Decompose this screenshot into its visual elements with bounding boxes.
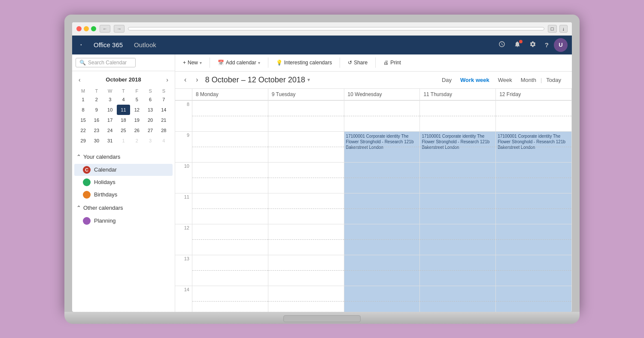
day-cell[interactable] <box>268 193 344 224</box>
mini-cal-day[interactable]: 24 <box>103 125 117 136</box>
day-cell[interactable] <box>192 100 268 131</box>
day-cell[interactable] <box>420 224 496 255</box>
mini-cal-day[interactable]: 22 <box>76 125 90 136</box>
mini-cal-day[interactable]: 6 <box>143 94 157 105</box>
mini-cal-day[interactable]: 3 <box>143 136 157 146</box>
mini-cal-day[interactable]: 23 <box>90 125 103 136</box>
mini-cal-day[interactable]: 21 <box>157 115 170 125</box>
day-cell[interactable] <box>268 162 344 193</box>
mini-cal-day[interactable]: 16 <box>90 115 103 125</box>
view-month-button[interactable]: Month <box>516 75 541 85</box>
maximize-button[interactable] <box>91 26 96 31</box>
view-week-button[interactable]: Week <box>494 75 516 85</box>
day-cell[interactable] <box>192 193 268 224</box>
mini-cal-day[interactable]: 27 <box>143 125 157 136</box>
mini-cal-day[interactable]: 10 <box>103 105 117 115</box>
day-cell[interactable] <box>192 131 268 162</box>
day-cell[interactable] <box>268 224 344 255</box>
sidebar-calendar-item[interactable]: Birthdays <box>74 189 173 201</box>
day-cell[interactable] <box>420 255 496 286</box>
url-bar[interactable] <box>128 27 544 30</box>
mini-cal-day[interactable]: 18 <box>117 115 130 125</box>
day-cell[interactable] <box>268 255 344 286</box>
mini-cal-day[interactable]: 12 <box>130 105 143 115</box>
grid-icon[interactable]: ‧ <box>76 37 86 53</box>
mini-cal-day[interactable]: 2 <box>90 94 103 105</box>
mini-cal-day[interactable]: 14 <box>157 105 170 115</box>
new-button[interactable]: + New ▾ <box>179 58 205 67</box>
add-calendar-button[interactable]: 📅 Add calendar ▾ <box>214 58 264 67</box>
mini-cal-day[interactable]: 1 <box>117 136 130 146</box>
mini-cal-day[interactable]: 9 <box>90 105 103 115</box>
day-cell[interactable] <box>268 131 344 162</box>
day-cell[interactable] <box>344 255 420 286</box>
day-cell[interactable] <box>192 162 268 193</box>
fullscreen-button[interactable]: □ <box>548 25 557 33</box>
mini-cal-day[interactable]: 20 <box>143 115 157 125</box>
mini-cal-day[interactable]: 19 <box>130 115 143 125</box>
mini-cal-day[interactable]: 13 <box>143 105 157 115</box>
help-icon[interactable]: ? <box>541 39 552 51</box>
mini-cal-day[interactable]: 3 <box>103 94 117 105</box>
cal-prev-button[interactable]: ‹ <box>182 75 189 84</box>
day-cell[interactable] <box>192 255 268 286</box>
day-cell[interactable] <box>420 162 496 193</box>
day-cell[interactable] <box>420 193 496 224</box>
back-button[interactable]: ← <box>100 25 110 33</box>
mini-cal-day[interactable]: 29 <box>76 136 90 146</box>
day-cell[interactable] <box>268 100 344 131</box>
day-cell[interactable]: 17100001 Corporate identity The Flower S… <box>344 131 420 162</box>
mini-cal-day[interactable]: 26 <box>130 125 143 136</box>
your-calendars-section[interactable]: ⌃ Your calendars <box>72 150 175 163</box>
day-cell[interactable] <box>192 286 268 312</box>
mini-cal-day[interactable]: 11 <box>117 105 130 115</box>
mini-cal-day[interactable]: 4 <box>117 94 130 105</box>
download-button[interactable]: ↓ <box>559 25 568 33</box>
mini-cal-next[interactable]: › <box>164 75 170 84</box>
sidebar-calendar-item[interactable]: CCalendar <box>74 164 173 176</box>
day-cell[interactable]: 17100001 Corporate identity The Flower S… <box>496 131 572 162</box>
day-cell[interactable] <box>344 193 420 224</box>
mini-cal-day[interactable]: 2 <box>130 136 143 146</box>
close-button[interactable] <box>76 26 82 31</box>
view-workweek-button[interactable]: Work week <box>456 75 494 85</box>
cal-next-button[interactable]: › <box>193 75 200 84</box>
day-cell[interactable]: 17100001 Corporate identity The Flower S… <box>420 131 496 162</box>
sidebar-calendar-item[interactable]: Holidays <box>74 176 173 188</box>
avatar[interactable]: U <box>554 38 568 52</box>
day-cell[interactable] <box>344 100 420 131</box>
app-module[interactable]: Outlook <box>131 41 160 48</box>
day-cell[interactable] <box>192 224 268 255</box>
day-cell[interactable] <box>496 162 572 193</box>
interesting-calendars-button[interactable]: 💡 Interesting calendars <box>273 58 335 67</box>
mini-cal-day[interactable]: 31 <box>103 136 117 146</box>
day-cell[interactable] <box>344 224 420 255</box>
share-button[interactable]: ↺ Share <box>344 58 371 67</box>
day-cell[interactable] <box>268 286 344 312</box>
day-cell[interactable] <box>496 224 572 255</box>
day-cell[interactable] <box>496 100 572 131</box>
day-cell[interactable] <box>420 100 496 131</box>
mini-cal-day[interactable]: 5 <box>130 94 143 105</box>
mini-cal-day[interactable]: 28 <box>157 125 170 136</box>
day-cell[interactable] <box>344 286 420 312</box>
day-cell[interactable] <box>496 286 572 312</box>
skype-icon[interactable] <box>495 38 509 52</box>
bell-icon[interactable] <box>510 38 524 52</box>
day-cell[interactable] <box>496 255 572 286</box>
mini-cal-day[interactable]: 30 <box>90 136 103 146</box>
day-cell[interactable] <box>496 193 572 224</box>
cal-title-caret[interactable]: ▾ <box>307 77 310 83</box>
forward-button[interactable]: → <box>114 25 125 33</box>
day-cell[interactable] <box>344 162 420 193</box>
day-cell[interactable] <box>420 286 496 312</box>
mini-cal-day[interactable]: 4 <box>157 136 170 146</box>
mini-cal-day[interactable]: 1 <box>76 94 90 105</box>
mini-cal-day[interactable]: 25 <box>117 125 130 136</box>
view-today-button[interactable]: Today <box>542 75 565 85</box>
mini-cal-prev[interactable]: ‹ <box>76 75 83 84</box>
sidebar-other-calendar-item[interactable]: Planning <box>74 215 173 227</box>
mini-cal-day[interactable]: 17 <box>103 115 117 125</box>
settings-icon[interactable] <box>526 38 540 52</box>
print-button[interactable]: 🖨 Print <box>380 58 404 67</box>
